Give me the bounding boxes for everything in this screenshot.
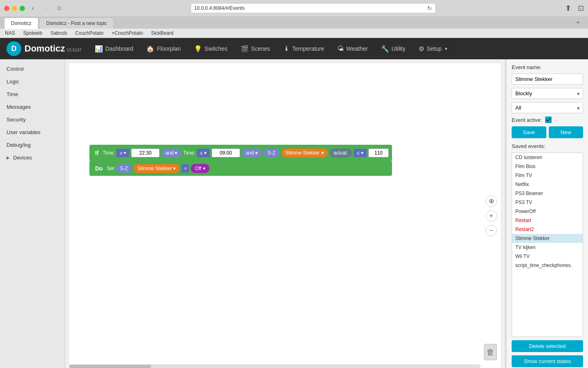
share-btn[interactable]: ⬆: [565, 4, 571, 13]
nav-weather[interactable]: 🌤 Weather: [331, 40, 374, 58]
center-btn[interactable]: ⊕: [486, 195, 497, 207]
maximize-btn[interactable]: [20, 6, 25, 11]
app-header: D Domoticz V3.6147 📊 Dashboard 🏠 Floorpl…: [0, 38, 588, 59]
scenes-icon: 🎬: [241, 45, 249, 53]
right-panel: Event name: Blockly All Event active: Sa…: [506, 59, 588, 368]
device-name-label: Slimme Stekker: [285, 150, 320, 156]
new-tab-btn[interactable]: +: [572, 16, 584, 29]
sidebar-item-messages[interactable]: Messages: [0, 101, 65, 113]
saved-events-label: Saved events:: [512, 143, 583, 149]
floorplan-icon: 🏠: [146, 45, 154, 53]
sidebar-item-control[interactable]: Control: [0, 63, 65, 75]
show-current-states-button[interactable]: Show current states: [512, 355, 583, 367]
saved-event-netflix[interactable]: Netflix: [512, 180, 583, 189]
time1-op-dropdown[interactable]: ≥ ▾: [116, 149, 129, 157]
event-name-label: Event name:: [512, 64, 583, 70]
bookmark-spotweb[interactable]: Spotweb: [23, 30, 42, 36]
and1-btn[interactable]: and ▾: [161, 148, 181, 157]
temperature-icon: 🌡: [283, 45, 290, 52]
if-label: If: [93, 149, 101, 157]
sidebar-item-time[interactable]: Time: [0, 88, 65, 101]
do-value-label: Off ▾: [195, 166, 205, 171]
and2-btn[interactable]: and ▾: [242, 148, 262, 157]
compare-value-input[interactable]: [368, 148, 389, 157]
delete-selected-button[interactable]: Delete selected: [512, 340, 583, 352]
do-value-pill[interactable]: Off ▾: [191, 164, 209, 173]
new-button[interactable]: New: [549, 126, 584, 138]
sz-label: S-Z: [263, 148, 279, 157]
saved-event-wii-tv[interactable]: Wii TV: [512, 252, 583, 261]
actual-pill: actual.: [330, 148, 352, 157]
event-name-input[interactable]: [512, 74, 583, 85]
minimize-btn[interactable]: [12, 6, 17, 11]
nav-floorplan[interactable]: 🏠 Floorplan: [140, 40, 187, 58]
event-active-row: Event active:: [512, 117, 583, 123]
saved-event-restart2[interactable]: Restart2: [512, 225, 583, 234]
back-btn[interactable]: ‹: [28, 3, 38, 13]
canvas-inner[interactable]: If Time: ≥ ▾ and ▾ Time: ≤ ▾ and ▾: [69, 63, 501, 368]
zoom-in-btn[interactable]: +: [486, 210, 497, 222]
nav-temperature[interactable]: 🌡 Temperature: [277, 40, 331, 58]
trash-btn[interactable]: 🗑: [484, 344, 497, 360]
sidebar-item-logic[interactable]: Logic: [0, 75, 65, 88]
logo-version: V3.6147: [67, 48, 82, 52]
nav-setup[interactable]: ⚙ Setup: [412, 40, 455, 58]
do-block-row: Do Set S-Z Slimme Stekker ▾ = Off ▾: [89, 161, 392, 176]
saved-event-cd-luisteren[interactable]: CD luisteren: [512, 153, 583, 162]
saved-event-ps3-beamer[interactable]: PS3 Beamer: [512, 189, 583, 198]
refresh-icon[interactable]: ↻: [427, 5, 432, 11]
blockly-block-container: If Time: ≥ ▾ and ▾ Time: ≤ ▾ and ▾: [89, 145, 392, 176]
saved-event-film-bios[interactable]: Film Bios: [512, 162, 583, 171]
sidebar-item-security[interactable]: Security: [0, 113, 65, 126]
main-nav: 📊 Dashboard 🏠 Floorplan 💡 Switches 🎬 Sce…: [88, 40, 588, 58]
sidebar-item-debug-log[interactable]: Debug/log: [0, 139, 65, 151]
do-device-pill[interactable]: Slimme Stekker ▾: [134, 164, 180, 173]
saved-event-poweroff[interactable]: PowerOff: [512, 207, 583, 216]
nav-dashboard[interactable]: 📊 Dashboard: [88, 40, 140, 58]
sidebar-toggle-btn[interactable]: ⊡: [578, 4, 584, 13]
sidebar-item-user-variables[interactable]: User variables: [0, 126, 65, 139]
sidebar: Control Logic Time Messages Security Use…: [0, 59, 65, 368]
saved-event-film-tv[interactable]: Film TV: [512, 171, 583, 180]
bookmark-sabnzb[interactable]: Sabnzb: [50, 30, 67, 36]
forward-btn[interactable]: ›: [41, 3, 51, 13]
saved-event-ps3-tv[interactable]: PS3 TV: [512, 198, 583, 207]
saved-events-list: CD luisteren Film Bios Film TV Netflix P…: [512, 153, 583, 337]
tab-post-topic[interactable]: Domoticz - Post a new topic: [39, 18, 114, 29]
close-btn[interactable]: [4, 6, 9, 11]
compare-op-dropdown[interactable]: ≤ ▾: [354, 149, 367, 157]
bookmark-couchpotato[interactable]: CouchPotato: [75, 30, 103, 36]
saved-event-restart[interactable]: Restart: [512, 216, 583, 225]
sidebar-item-devices[interactable]: Devices: [0, 151, 65, 164]
saved-event-slimme-stekker[interactable]: Slimme Stekker: [512, 234, 583, 243]
reader-btn[interactable]: ⊡: [54, 3, 64, 13]
time2-op-dropdown[interactable]: ≤ ▾: [197, 149, 210, 157]
nav-utility[interactable]: 🔧 Utility: [374, 40, 412, 58]
bookmark-sickbeard[interactable]: SickBeard: [151, 30, 174, 36]
tab-domoticz[interactable]: Domoticz: [4, 18, 38, 29]
logo-name: Domoticz: [24, 43, 65, 54]
switches-icon: 💡: [194, 45, 202, 53]
do-label: Do: [93, 164, 105, 173]
saved-event-script-time[interactable]: script_time_checkphones.: [512, 261, 583, 270]
nav-switches[interactable]: 💡 Switches: [187, 40, 234, 58]
nav-scenes[interactable]: 🎬 Scenes: [234, 40, 277, 58]
blockly-select[interactable]: Blockly: [512, 88, 583, 99]
bookmark-nas[interactable]: NAS: [5, 30, 15, 36]
setup-icon: ⚙: [419, 45, 424, 53]
device-name-pill[interactable]: Slimme Stekker ▾: [281, 148, 328, 157]
event-active-checkbox[interactable]: [545, 117, 552, 123]
canvas-scrollbar-h[interactable]: [69, 364, 481, 368]
time1-label: Time:: [103, 150, 115, 156]
saved-event-tv-kijken[interactable]: TV kijken: [512, 243, 583, 252]
do-equals: =: [181, 164, 189, 173]
logo-icon: D: [7, 41, 21, 56]
do-device-label: Slimme Stekker ▾: [138, 166, 176, 171]
utility-icon: 🔧: [381, 45, 389, 53]
time2-value-input[interactable]: [212, 148, 240, 157]
zoom-out-btn[interactable]: −: [486, 225, 497, 236]
all-select[interactable]: All: [512, 102, 583, 113]
time1-value-input[interactable]: [131, 148, 160, 157]
bookmark-couchpotato2[interactable]: +CouchPotato: [111, 30, 143, 36]
save-button[interactable]: Save: [512, 126, 546, 138]
